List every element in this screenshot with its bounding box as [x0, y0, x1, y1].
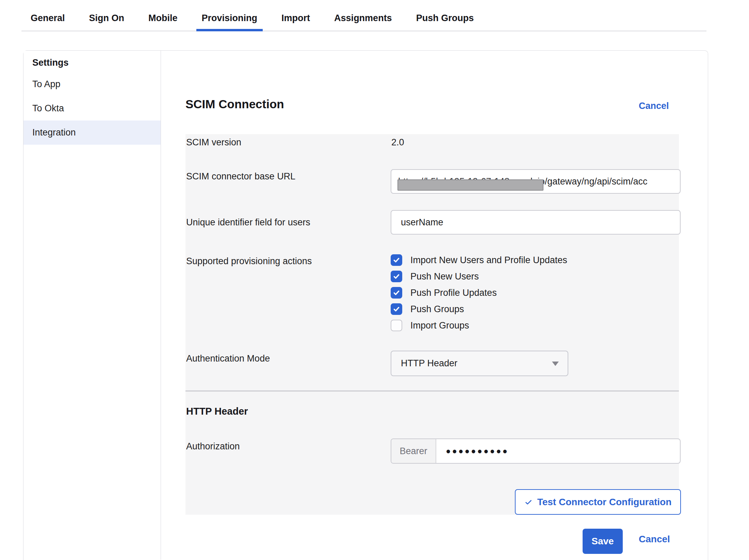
- tab-general[interactable]: General: [31, 5, 65, 31]
- sidebar-title: Settings: [32, 58, 161, 68]
- url-visible-tail: /gateway/ng/api/scim/acc: [545, 176, 648, 187]
- checkbox-import-new-users[interactable]: [391, 254, 402, 266]
- tab-import[interactable]: Import: [281, 5, 310, 31]
- tab-assignments[interactable]: Assignments: [334, 5, 392, 31]
- tab-sign-on[interactable]: Sign On: [89, 5, 125, 31]
- checkbox-label: Push Groups: [410, 304, 464, 315]
- checkbox-row-push-new-users[interactable]: Push New Users: [391, 268, 567, 285]
- save-button[interactable]: Save: [583, 529, 623, 554]
- check-icon: [524, 498, 533, 506]
- authorization-token-input[interactable]: ●●●●●●●●●●: [436, 439, 680, 463]
- checkbox-row-push-groups[interactable]: Push Groups: [391, 301, 567, 317]
- bearer-prefix: Bearer: [391, 439, 436, 463]
- auth-mode-select[interactable]: HTTP Header: [391, 351, 568, 376]
- redaction-bar: [397, 179, 543, 191]
- checkbox-row-import-groups[interactable]: Import Groups: [391, 317, 567, 334]
- page-title: SCIM Connection: [185, 97, 284, 111]
- checkbox-label: Push New Users: [410, 271, 479, 282]
- test-button-label: Test Connector Configuration: [537, 497, 672, 508]
- cancel-link-top[interactable]: Cancel: [639, 101, 669, 111]
- checkbox-push-new-users[interactable]: [391, 271, 402, 282]
- checkbox-push-groups[interactable]: [391, 303, 402, 315]
- settings-sidebar: Settings To App To Okta Integration: [23, 51, 161, 560]
- sidebar-item-integration[interactable]: Integration: [23, 121, 161, 145]
- check-icon: [393, 305, 400, 313]
- test-connector-configuration-button[interactable]: Test Connector Configuration: [515, 489, 681, 515]
- checkbox-label: Import Groups: [410, 320, 469, 331]
- checkbox-row-import-new-users[interactable]: Import New Users and Profile Updates: [391, 252, 567, 268]
- authorization-input-group: Bearer ●●●●●●●●●●: [391, 438, 681, 464]
- check-icon: [393, 273, 400, 280]
- tab-mobile[interactable]: Mobile: [148, 5, 178, 31]
- chevron-down-icon: [552, 362, 559, 366]
- sidebar-item-to-app[interactable]: To App: [23, 72, 161, 96]
- checkbox-push-profile-updates[interactable]: [391, 287, 402, 299]
- unique-identifier-label: Unique identifier field for users: [186, 217, 310, 228]
- checkbox-import-groups[interactable]: [391, 320, 402, 331]
- checkbox-label: Import New Users and Profile Updates: [410, 255, 567, 266]
- base-url-label: SCIM connector base URL: [186, 171, 295, 182]
- check-icon: [393, 289, 400, 297]
- auth-mode-label: Authentication Mode: [186, 353, 270, 364]
- tab-push-groups[interactable]: Push Groups: [416, 5, 474, 31]
- sidebar-item-to-okta[interactable]: To Okta: [23, 96, 161, 121]
- provisioning-actions-group: Import New Users and Profile Updates Pus…: [391, 252, 567, 334]
- authorization-label: Authorization: [186, 441, 240, 452]
- auth-mode-selected-value: HTTP Header: [401, 358, 457, 369]
- checkbox-row-push-profile-updates[interactable]: Push Profile Updates: [391, 285, 567, 301]
- checkbox-label: Push Profile Updates: [410, 288, 497, 298]
- base-url-input[interactable]: https://h5hd-195-19-67-148.ngrok.io /gat…: [391, 169, 681, 194]
- scim-version-value: 2.0: [391, 137, 404, 148]
- tab-provisioning[interactable]: Provisioning: [202, 5, 258, 31]
- scim-version-label: SCIM version: [186, 137, 241, 148]
- check-icon: [393, 256, 400, 264]
- http-header-section-title: HTTP Header: [186, 406, 248, 417]
- cancel-link-bottom[interactable]: Cancel: [639, 534, 670, 545]
- provisioning-actions-label: Supported provisioning actions: [186, 256, 312, 267]
- redacted-url-segment: https://h5hd-195-19-67-148.ngrok.io: [398, 176, 545, 187]
- app-tab-bar: General Sign On Mobile Provisioning Impo…: [21, 0, 706, 31]
- unique-identifier-input[interactable]: userName: [391, 210, 681, 235]
